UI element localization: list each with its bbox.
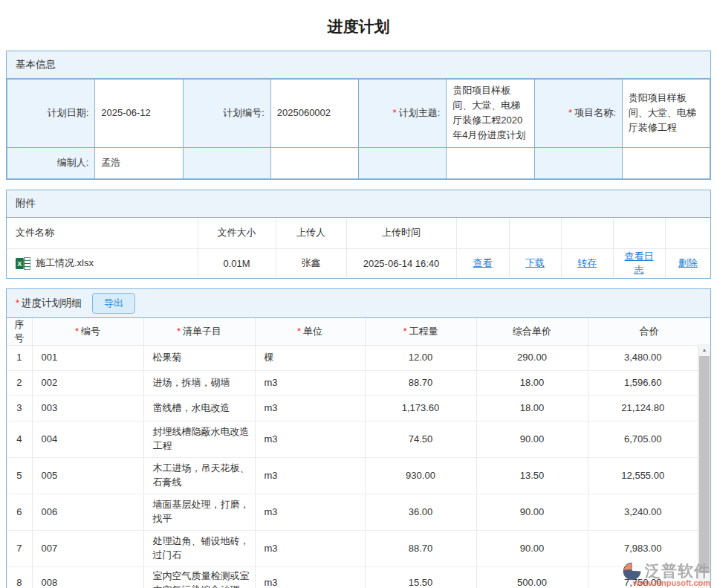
unit-price-cell: 90.00: [476, 421, 588, 458]
page-title: 进度计划: [0, 16, 717, 37]
table-row: 7 007 处理边角、铺设地砖，过门石 m3 88.70 90.00 7,983…: [7, 531, 698, 567]
view-link[interactable]: 查看: [473, 257, 493, 268]
compiler-value: 孟浩: [95, 147, 183, 178]
table-row: 4 004 封埋线槽隐蔽水电改造工程 m3 74.50 90.00 6,705.…: [7, 421, 698, 458]
attachment-row: X 施工情况.xlsx 0.01M 张鑫 2025-06-14 16:40 查看…: [7, 249, 710, 278]
save-as-link[interactable]: 转存: [577, 257, 597, 268]
unit-price-cell: 18.00: [476, 371, 588, 396]
table-row: 3 003 凿线槽，水电改造 m3 1,173.60 18.00 21,124.…: [7, 396, 698, 421]
col-code: *编号: [32, 318, 143, 346]
code-cell: 006: [32, 494, 143, 531]
detail-section: * 进度计划明细 导出 序号 *编号 *清单子目 *单位 *工程量 综合单价 合…: [6, 288, 711, 588]
unit-cell: m3: [255, 396, 365, 421]
quantity-cell: 88.70: [365, 531, 476, 567]
detail-section-header: * 进度计划明细 导出: [7, 289, 710, 318]
vertical-scrollbar[interactable]: ▲ ▼: [698, 344, 710, 588]
attachments-section-header: 附件: [7, 190, 710, 218]
table-row: 8 008 室内空气质量检测或室内空气污染综合治理; m3 15.50 500.…: [7, 567, 698, 588]
seq-cell: 4: [7, 421, 32, 458]
plan-date-value: 2025-06-12: [95, 80, 183, 148]
code-cell: 003: [32, 396, 143, 421]
col-unit-price: 综合单价: [476, 318, 588, 346]
scroll-up-icon[interactable]: ▲: [698, 344, 710, 355]
col-action: [456, 218, 509, 249]
total-cell: 6,705.00: [588, 421, 698, 458]
item-cell: 凿线槽，水电改造: [143, 396, 255, 421]
col-uploader: 上传人: [276, 218, 346, 249]
empty-value-cell: [622, 147, 710, 178]
seq-cell: 1: [7, 346, 32, 371]
total-cell: 1,596.60: [588, 371, 698, 396]
item-cell: 松果菊: [143, 346, 255, 371]
total-cell: 7,983.00: [588, 531, 698, 567]
plan-subject-label: *计划主题:: [359, 80, 447, 148]
project-name-label: *项目名称:: [534, 80, 622, 148]
item-cell: 进场，拆墙，砌墙: [143, 371, 255, 396]
export-button[interactable]: 导出: [92, 293, 135, 314]
seq-cell: 6: [7, 494, 32, 531]
col-total: 合价: [588, 318, 710, 346]
table-row: 5 005 木工进场，吊天花板、石膏线 m3 930.00 13.50 12,5…: [7, 458, 698, 494]
quantity-cell: 930.00: [365, 458, 476, 494]
total-cell: 7,750.00: [588, 567, 698, 588]
required-marker: *: [75, 326, 79, 337]
required-marker: *: [403, 326, 406, 337]
detail-table-area: 序号 *编号 *清单子目 *单位 *工程量 综合单价 合价 1 001 松果菊 …: [7, 318, 710, 588]
detail-table-body: 1 001 松果菊 棵 12.00 290.00 3,480.00 2 002 …: [7, 346, 698, 588]
total-cell: 3,480.00: [588, 346, 698, 371]
attachments-table: 文件名称 文件大小 上传人 上传时间 X: [7, 218, 710, 278]
code-cell: 005: [32, 458, 143, 494]
unit-price-cell: 90.00: [476, 494, 588, 531]
col-action: [665, 218, 710, 249]
view-log-link[interactable]: 查看日志: [625, 251, 654, 275]
quantity-cell: 12.00: [365, 346, 476, 371]
quantity-cell: 36.00: [365, 494, 476, 531]
svg-text:X: X: [17, 260, 22, 268]
unit-cell: m3: [255, 567, 365, 588]
scrollbar-thumb[interactable]: [699, 356, 710, 573]
total-cell: 12,555.00: [588, 458, 698, 494]
project-name-value: 贵阳项目样板间、大堂、电梯厅装修工程: [622, 80, 710, 148]
plan-no-value: 2025060002: [270, 80, 358, 148]
plan-date-label: 计划日期:: [7, 80, 95, 148]
unit-cell: m3: [255, 494, 365, 531]
unit-cell: 棵: [255, 346, 365, 371]
seq-cell: 8: [7, 567, 32, 588]
col-upload-time: 上传时间: [346, 218, 456, 249]
table-row: 6 006 墙面基层处理，打磨，找平 m3 36.00 90.00 3,240.…: [7, 494, 698, 531]
col-item: *清单子目: [143, 318, 255, 346]
upload-time: 2025-06-14 16:40: [346, 249, 456, 278]
seq-cell: 2: [7, 371, 32, 396]
quantity-cell: 15.50: [365, 567, 476, 588]
download-link[interactable]: 下载: [525, 257, 545, 268]
required-marker: *: [16, 297, 19, 308]
item-cell: 室内空气质量检测或室内空气污染综合治理;: [143, 567, 255, 588]
basic-info-section: 基本信息 计划日期: 2025-06-12 计划编号: 2025060002 *…: [6, 51, 711, 180]
attachments-section: 附件 文件名称 文件大小 上传人 上传时间 X: [6, 190, 711, 279]
unit-price-cell: 18.00: [476, 396, 588, 421]
basic-info-table: 计划日期: 2025-06-12 计划编号: 2025060002 *计划主题:…: [7, 79, 710, 179]
empty-value-cell: [447, 147, 534, 178]
unit-price-cell: 90.00: [476, 531, 588, 567]
unit-price-cell: 500.00: [476, 567, 588, 588]
quantity-cell: 88.70: [365, 371, 476, 396]
col-file-size: 文件大小: [198, 218, 276, 249]
required-marker: *: [393, 107, 397, 118]
item-cell: 墙面基层处理，打磨，找平: [143, 494, 255, 531]
table-row: 1 001 松果菊 棵 12.00 290.00 3,480.00: [7, 346, 698, 371]
empty-label-cell: [183, 147, 270, 178]
seq-cell: 7: [7, 531, 32, 567]
quantity-cell: 74.50: [365, 421, 476, 458]
total-cell: 21,124.80: [588, 396, 698, 421]
file-name-cell: X 施工情况.xlsx: [7, 249, 198, 278]
empty-label-cell: [359, 147, 447, 178]
basic-info-section-header: 基本信息: [7, 51, 710, 79]
required-marker: *: [568, 107, 572, 118]
unit-price-cell: 13.50: [476, 458, 588, 494]
delete-link[interactable]: 删除: [678, 257, 698, 268]
detail-section-title: 进度计划明细: [22, 297, 82, 310]
required-marker: *: [297, 326, 301, 337]
seq-cell: 5: [7, 458, 32, 494]
excel-file-icon: X: [16, 257, 30, 270]
quantity-cell: 1,173.60: [365, 396, 476, 421]
